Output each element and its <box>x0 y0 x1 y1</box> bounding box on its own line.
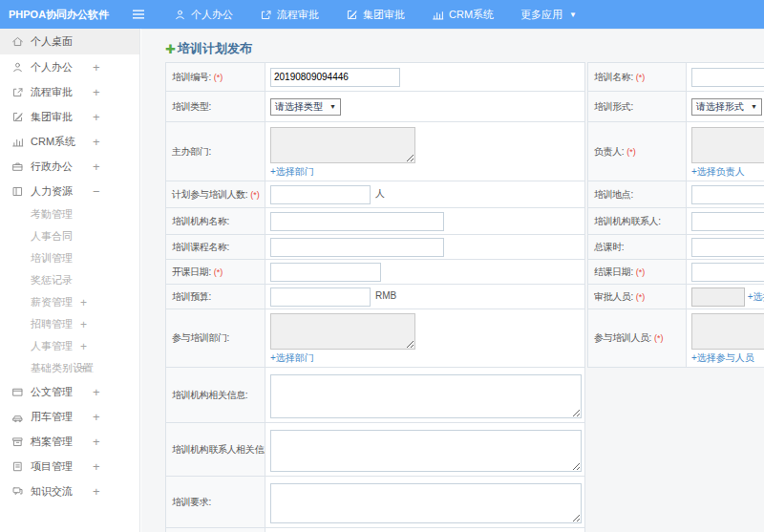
sidebar-subitem-hr-contract[interactable]: 人事合同 <box>0 225 139 247</box>
training-form-select[interactable]: 请选择形式▼ <box>691 98 762 116</box>
form-row-course-name: 培训课程名称: <box>166 235 585 260</box>
leader-picker-link[interactable]: +选择负责人 <box>691 165 745 179</box>
participating-dept-field[interactable] <box>270 313 415 350</box>
sidebar-item-personal-office[interactable]: 个人办公+ <box>0 54 139 79</box>
add-icon: ✚ <box>165 43 176 55</box>
form-row-participating-dept: 参与培训部门:+选择部门 <box>166 309 585 368</box>
form-left-table: 培训编号:(*)培训类型:请选择类型▼主办部门:+选择部门计划参与培训人数:(*… <box>165 62 585 532</box>
sidebar-subitem-recruit-mgmt[interactable]: 招聘管理+ <box>0 313 139 335</box>
org-contact-field[interactable] <box>691 212 764 231</box>
sidebar-item-project-mgmt[interactable]: 项目管理+ <box>0 454 139 479</box>
form-row-org-contact-info: 培训机构联系人相关信息: <box>166 423 585 477</box>
sidebar-item-label: CRM系统 <box>31 135 75 149</box>
sidebar-subitem-attendance-mgmt[interactable]: 考勤管理 <box>0 203 139 225</box>
approver-picker-link[interactable]: +选择审批人员 <box>748 290 764 301</box>
car-icon <box>11 411 24 423</box>
archive-icon <box>11 436 24 448</box>
label-planned-participants: 计划参与培训人数:(*) <box>166 181 265 208</box>
sidebar-item-knowledge-exchange[interactable]: 知识交流+ <box>0 479 139 503</box>
start-date-field[interactable] <box>270 263 381 282</box>
sidebar-item-process-approval[interactable]: 流程审批+ <box>0 79 139 104</box>
user-icon <box>11 61 24 74</box>
sidebar-item-admin-office[interactable]: 行政办公+ <box>0 154 139 179</box>
sidebar-item-vehicle-mgmt[interactable]: 用车管理+ <box>0 404 139 429</box>
expand-toggle-icon[interactable]: + <box>80 362 87 375</box>
expand-toggle-icon[interactable]: + <box>93 60 100 74</box>
label-location: 培训地点: <box>588 181 687 208</box>
sidebar-item-label: 集团审批 <box>31 110 73 124</box>
sidebar-subitem-label: 人事合同 <box>31 229 73 244</box>
end-date-field[interactable] <box>691 263 764 282</box>
training-no-field[interactable] <box>270 68 400 87</box>
planned-participants-field[interactable] <box>270 185 371 204</box>
training-requirements-field[interactable] <box>270 483 582 523</box>
nav-item-group-approval[interactable]: 集团审批 <box>332 0 418 29</box>
participants-field[interactable] <box>691 313 764 350</box>
sidebar-item-label: 行政办公 <box>31 160 73 174</box>
org-contact-info-field[interactable] <box>270 430 582 472</box>
sidebar-item-crm-system[interactable]: CRM系统+ <box>0 129 139 154</box>
label-total-hours: 总课时: <box>588 235 687 260</box>
expand-toggle-icon[interactable]: + <box>93 85 100 99</box>
sidebar-subitem-label: 招聘管理 <box>31 317 73 331</box>
form-row-end-date: 结课日期:(*) <box>588 260 764 285</box>
expand-toggle-icon[interactable]: + <box>93 435 100 449</box>
sidebar-item-hr[interactable]: 人力资源− <box>0 179 139 203</box>
sidebar-subitem-personnel-mgmt[interactable]: 人事管理+ <box>0 335 139 357</box>
form-row-start-date: 开课日期:(*) <box>166 260 585 285</box>
nav-item-process-approval[interactable]: 流程审批 <box>246 0 332 29</box>
sidebar-item-document-mgmt[interactable]: 公文管理+ <box>0 379 139 404</box>
expand-toggle-icon[interactable]: + <box>93 135 100 149</box>
expand-toggle-icon[interactable]: + <box>93 459 100 474</box>
training-name-field[interactable] <box>691 68 764 87</box>
leader-field[interactable] <box>691 127 764 163</box>
nav-item-label: CRM系统 <box>449 8 494 22</box>
form-row-planned-participants: 计划参与培训人数:(*)人 <box>166 181 585 208</box>
form-row-total-hours: 总课时: <box>588 235 764 260</box>
nav-item-personal-office[interactable]: 个人办公 <box>160 0 246 29</box>
form-row-org-info: 培训机构相关信息: <box>166 368 585 423</box>
expand-toggle-icon[interactable]: − <box>93 184 100 199</box>
sidebar-item-personal-desktop[interactable]: 个人桌面 <box>0 29 139 54</box>
expand-toggle-icon[interactable]: + <box>80 340 87 353</box>
location-field[interactable] <box>691 185 764 204</box>
expand-toggle-icon[interactable]: + <box>80 318 87 331</box>
approver-field[interactable] <box>691 287 745 307</box>
expand-toggle-icon[interactable]: + <box>93 484 100 499</box>
hamburger-icon[interactable] <box>132 9 145 20</box>
expand-toggle-icon[interactable]: + <box>93 385 100 399</box>
sidebar-item-label: 个人办公 <box>31 60 73 74</box>
page-title-text: 培训计划发布 <box>178 40 252 57</box>
nav-item-more-apps[interactable]: 更多应用▼ <box>507 0 590 29</box>
sidebar-item-archive-mgmt[interactable]: 档案管理+ <box>0 429 139 454</box>
course-name-field[interactable] <box>270 238 444 257</box>
host-dept-picker-link[interactable]: +选择部门 <box>270 165 314 179</box>
training-type-select[interactable]: 请选择类型▼ <box>270 98 341 116</box>
label-training-form: 培训形式: <box>588 92 687 122</box>
sidebar-subitem-training-mgmt[interactable]: 培训管理 <box>0 247 139 269</box>
org-name-field[interactable] <box>270 212 444 231</box>
label-start-date: 开课日期:(*) <box>166 260 265 285</box>
briefcase-icon <box>11 160 24 173</box>
sidebar-subitem-salary-mgmt[interactable]: 薪资管理+ <box>0 291 139 313</box>
sidebar-subitem-reward-record[interactable]: 奖惩记录 <box>0 269 139 291</box>
expand-toggle-icon[interactable]: + <box>93 410 100 424</box>
host-dept-field[interactable] <box>270 127 415 163</box>
sidebar-subitem-base-category[interactable]: 基础类别设置+ <box>0 357 139 379</box>
form-row-org-name: 培训机构名称: <box>166 208 585 235</box>
participating-dept-picker-link[interactable]: +选择部门 <box>270 351 314 365</box>
budget-field[interactable] <box>270 287 371 307</box>
label-participating-dept: 参与培训部门: <box>166 309 265 368</box>
edit-icon <box>11 111 24 123</box>
expand-toggle-icon[interactable]: + <box>93 110 100 124</box>
nav-item-crm-system[interactable]: CRM系统 <box>418 0 507 29</box>
expand-toggle-icon[interactable]: + <box>93 160 100 174</box>
form-right-table: 培训名称:(*)培训形式:请选择形式▼负责人:(*)+选择负责人培训地点:培训机… <box>587 62 764 368</box>
sidebar-item-group-approval[interactable]: 集团审批+ <box>0 104 139 129</box>
org-info-field[interactable] <box>270 374 582 418</box>
label-training-type: 培训类型: <box>166 92 265 122</box>
total-hours-field[interactable] <box>691 238 764 257</box>
form-row-training-form: 培训形式:请选择形式▼ <box>588 92 764 122</box>
participants-picker-link[interactable]: +选择参与人员 <box>691 351 754 365</box>
expand-toggle-icon[interactable]: + <box>80 296 87 309</box>
